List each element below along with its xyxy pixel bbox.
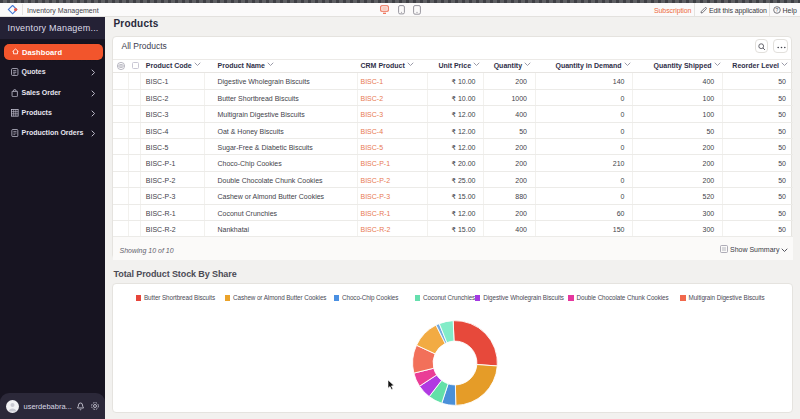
svg-text:?: ? (776, 7, 779, 13)
